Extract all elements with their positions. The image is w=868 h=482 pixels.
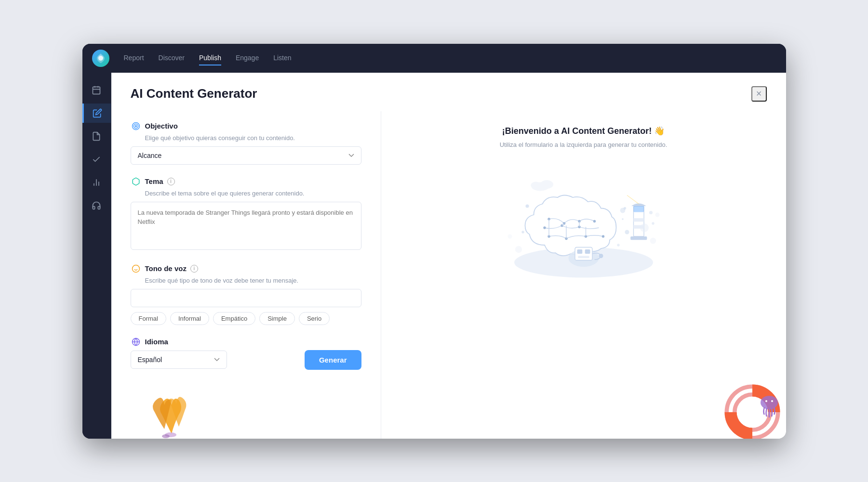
tono-desc: Escribe qué tipo de tono de voz debe ten…	[145, 277, 361, 284]
svg-point-59	[650, 237, 656, 244]
tono-input[interactable]	[131, 289, 361, 307]
modal-header: AI Content Generator ×	[111, 73, 786, 111]
sidebar-icon-compose[interactable]	[82, 104, 111, 123]
svg-point-22	[543, 226, 546, 229]
tema-header: Tema i	[131, 176, 361, 187]
tono-info-icon[interactable]: i	[190, 265, 198, 273]
svg-point-60	[655, 212, 659, 217]
svg-point-38	[617, 244, 619, 246]
svg-rect-52	[585, 249, 590, 254]
sidebar-icon-file[interactable]	[87, 127, 106, 146]
chip-informal[interactable]: Informal	[170, 312, 209, 325]
svg-point-56	[540, 180, 553, 189]
idioma-icon	[131, 337, 141, 347]
chip-empatico[interactable]: Empático	[213, 312, 255, 325]
tema-title: Tema	[145, 177, 163, 185]
objectivo-select[interactable]: Alcance Engagement Conversión Tráfico	[131, 146, 361, 165]
svg-line-43	[627, 195, 639, 204]
idioma-select-wrap: Español English Français Deutsch Italian…	[131, 351, 227, 369]
tema-icon	[131, 176, 141, 187]
tema-desc: Describe el tema sobre el que quieres ge…	[145, 190, 361, 197]
idioma-select[interactable]: Español English Français Deutsch Italian…	[131, 351, 227, 369]
svg-point-58	[640, 223, 649, 232]
svg-point-12	[132, 265, 139, 272]
tone-chips: Formal Informal Empático Simple Serio	[131, 312, 361, 325]
svg-point-57	[531, 182, 541, 188]
svg-point-61	[515, 246, 521, 252]
svg-point-11	[135, 125, 136, 127]
svg-point-34	[525, 204, 529, 208]
nav-publish[interactable]: Publish	[199, 51, 221, 65]
sidebar-icon-calendar[interactable]	[87, 80, 106, 100]
svg-point-36	[521, 231, 524, 233]
top-navigation: Report Discover Publish Engage Listen	[82, 44, 786, 73]
sidebar	[82, 73, 111, 439]
sidebar-icon-check[interactable]	[87, 150, 106, 169]
tono-icon	[131, 263, 141, 274]
svg-rect-53	[578, 256, 589, 258]
ai-illustration	[497, 163, 670, 284]
welcome-sub: Utiliza el formulario a la izquierda par…	[500, 141, 668, 148]
tono-header: Tono de voz i	[131, 263, 361, 274]
chip-simple[interactable]: Simple	[259, 312, 295, 325]
content-area: AI Content Generator ×	[111, 73, 786, 439]
nav-listen[interactable]: Listen	[273, 51, 291, 65]
objectivo-icon	[131, 121, 141, 131]
svg-point-28	[601, 235, 604, 237]
objectivo-section: Objectivo Elige qué objetivo quieras con…	[131, 121, 361, 165]
svg-point-45	[623, 207, 626, 209]
welcome-title: ¡Bienvenido a AI Content Generator! 👋	[502, 126, 665, 136]
svg-rect-50	[575, 247, 592, 260]
svg-point-21	[593, 220, 595, 222]
tono-title: Tono de voz	[145, 264, 187, 273]
nav-discover[interactable]: Discover	[159, 51, 185, 65]
objectivo-desc: Elige qué objetivo quieras conseguir con…	[145, 134, 361, 142]
svg-point-10	[134, 124, 138, 128]
app-logo[interactable]	[92, 50, 109, 67]
idioma-title: Idioma	[145, 338, 168, 346]
close-button[interactable]: ×	[751, 86, 767, 102]
tema-section: Tema i Describe el tema sobre el que qui…	[131, 176, 361, 252]
modal: AI Content Generator ×	[111, 73, 786, 439]
svg-point-46	[649, 210, 652, 214]
svg-rect-44	[630, 236, 647, 240]
svg-rect-51	[577, 249, 582, 254]
nav-report[interactable]: Report	[124, 51, 144, 65]
modal-title: AI Content Generator	[131, 86, 257, 101]
svg-point-48	[652, 222, 654, 224]
preview-panel: ¡Bienvenido a AI Content Generator! 👋 Ut…	[381, 111, 786, 439]
svg-point-54	[599, 254, 603, 258]
tema-info-icon[interactable]: i	[167, 178, 175, 185]
generar-button[interactable]: Generar	[305, 350, 361, 370]
objectivo-select-wrap: Alcance Engagement Conversión Tráfico	[131, 146, 361, 165]
sidebar-icon-headset[interactable]	[87, 196, 106, 215]
svg-rect-40	[633, 206, 644, 212]
nav-links: Report Discover Publish Engage Listen	[124, 51, 292, 65]
svg-point-47	[622, 218, 624, 220]
idioma-section: Idioma Español English Français Deutsch	[131, 337, 361, 370]
svg-rect-41	[633, 218, 644, 221]
chip-serio[interactable]: Serio	[299, 312, 330, 325]
idioma-header: Idioma	[131, 337, 361, 347]
idioma-row: Español English Français Deutsch Italian…	[131, 350, 361, 370]
svg-rect-2	[93, 87, 100, 94]
modal-body: Objectivo Elige qué objetivo quieras con…	[111, 111, 786, 439]
form-panel: Objectivo Elige qué objetivo quieras con…	[111, 111, 381, 439]
nav-engage[interactable]: Engage	[236, 51, 259, 65]
tono-section: Tono de voz i Escribe qué tipo de tono d…	[131, 263, 361, 325]
tema-textarea[interactable]	[131, 202, 361, 250]
chip-formal[interactable]: Formal	[131, 312, 166, 325]
objectivo-header: Objectivo	[131, 121, 361, 131]
svg-point-62	[507, 234, 512, 238]
objectivo-title: Objectivo	[145, 122, 178, 130]
svg-point-37	[625, 230, 629, 234]
sidebar-icon-chart[interactable]	[87, 173, 106, 192]
